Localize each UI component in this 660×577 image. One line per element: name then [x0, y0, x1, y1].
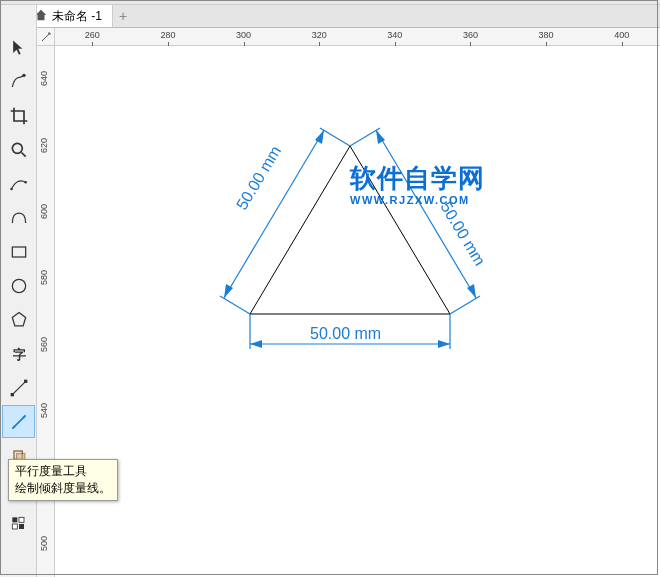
- dimension-bottom: 50.00 mm: [250, 314, 450, 349]
- ruler-h-tick: 300: [236, 30, 251, 40]
- svg-line-26: [220, 296, 250, 314]
- tab-strip: 未命名 -1 +: [0, 5, 660, 28]
- polygon-tool[interactable]: [2, 303, 35, 336]
- svg-rect-21: [19, 517, 24, 522]
- pick-tool[interactable]: [2, 31, 35, 64]
- svg-point-9: [12, 279, 25, 292]
- ruler-h-tick: 400: [614, 30, 629, 40]
- svg-marker-38: [438, 340, 450, 348]
- tooltip-desc: 绘制倾斜度量线。: [15, 480, 111, 497]
- ruler-h-tick: 340: [387, 30, 402, 40]
- dimension-right-text: 50.00 mm: [437, 199, 488, 269]
- text-tool[interactable]: 字: [2, 337, 35, 370]
- tool-tooltip: 平行度量工具 绘制倾斜度量线。: [8, 459, 118, 501]
- zoom-tool[interactable]: [2, 133, 35, 166]
- dimension-right: 50.00 mm: [350, 128, 489, 314]
- tab-add-button[interactable]: +: [113, 5, 133, 27]
- logo-en-text: WWW.RJZXW.COM: [350, 194, 485, 206]
- ruler-h-tick: 360: [463, 30, 478, 40]
- svg-line-5: [21, 152, 25, 156]
- ruler-v-tick: 560: [39, 337, 49, 352]
- dimension-tool[interactable]: [2, 405, 35, 438]
- svg-rect-13: [10, 393, 13, 396]
- ruler-horizontal[interactable]: 260280300320340360380400: [55, 28, 660, 46]
- svg-line-30: [350, 128, 380, 146]
- svg-rect-8: [12, 247, 25, 257]
- canvas[interactable]: 50.00 mm 50.00 mm 50.00 mm 软件: [55, 46, 660, 577]
- tab-title: 未命名 -1: [52, 8, 102, 25]
- svg-rect-23: [19, 524, 24, 529]
- document-tab[interactable]: 未命名 -1: [24, 5, 113, 27]
- ruler-h-tick: 380: [539, 30, 554, 40]
- dimension-left: 50.00 mm: [220, 128, 350, 314]
- svg-line-25: [320, 128, 350, 146]
- svg-rect-14: [24, 379, 27, 382]
- svg-text:字: 字: [13, 347, 26, 362]
- dimension-bottom-text: 50.00 mm: [310, 325, 381, 342]
- pattern-tool[interactable]: [2, 507, 35, 540]
- watermark-logo: 软件自学网 WWW.RJZXW.COM: [350, 161, 485, 206]
- svg-point-7: [24, 181, 26, 184]
- curve-tool[interactable]: [2, 201, 35, 234]
- freehand-tool[interactable]: [2, 167, 35, 200]
- ruler-h-tick: 260: [85, 30, 100, 40]
- crop-tool[interactable]: [2, 99, 35, 132]
- svg-line-12: [12, 381, 25, 394]
- svg-line-31: [450, 296, 480, 314]
- ruler-v-tick: 600: [39, 204, 49, 219]
- svg-rect-22: [12, 524, 17, 529]
- svg-rect-20: [12, 517, 17, 522]
- ruler-v-tick: 640: [39, 71, 49, 86]
- tooltip-title: 平行度量工具: [15, 463, 111, 480]
- svg-point-6: [10, 187, 13, 190]
- drawing-triangle: 50.00 mm 50.00 mm 50.00 mm: [185, 101, 515, 405]
- svg-point-3: [22, 73, 25, 76]
- ruler-v-tick: 540: [39, 403, 49, 418]
- logo-cn-text: 软件自学网: [350, 161, 485, 196]
- ruler-h-tick: 320: [312, 30, 327, 40]
- svg-marker-10: [12, 312, 25, 325]
- ruler-h-tick: 280: [160, 30, 175, 40]
- svg-point-4: [12, 143, 22, 153]
- dimension-left-text: 50.00 mm: [233, 143, 284, 213]
- rectangle-tool[interactable]: [2, 235, 35, 268]
- ruler-corner[interactable]: [37, 28, 55, 46]
- ruler-v-tick: 500: [39, 536, 49, 551]
- ruler-v-tick: 620: [39, 138, 49, 153]
- svg-marker-37: [250, 340, 262, 348]
- shape-tool[interactable]: [2, 65, 35, 98]
- plus-icon: +: [119, 8, 127, 24]
- ellipse-tool[interactable]: [2, 269, 35, 302]
- connector-tool[interactable]: [2, 371, 35, 404]
- ruler-v-tick: 580: [39, 270, 49, 285]
